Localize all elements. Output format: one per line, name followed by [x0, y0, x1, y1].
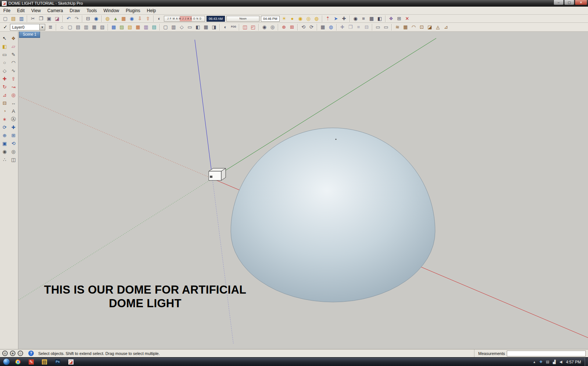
monochrome-icon[interactable]: ◨: [210, 24, 218, 31]
next-view-icon[interactable]: ⟳: [308, 24, 315, 31]
3d-text-tool-icon[interactable]: Ⓐ: [9, 115, 18, 123]
text-tool-icon[interactable]: A: [9, 107, 18, 115]
show-desktop-button[interactable]: [585, 358, 588, 366]
new-icon[interactable]: ▢: [1, 15, 9, 22]
action-center-icon[interactable]: ▤: [545, 358, 551, 366]
globe-icon[interactable]: ◍: [327, 24, 335, 31]
style-box-2-icon[interactable]: ▨: [118, 24, 126, 31]
hidden-icons-chevron[interactable]: ▴: [531, 358, 537, 366]
section-cuts-icon[interactable]: ◰: [249, 24, 257, 31]
flip-edge-icon[interactable]: ⊿: [442, 24, 450, 31]
model-info-icon[interactable]: ◉: [92, 15, 100, 22]
erase-icon[interactable]: ◪: [53, 15, 61, 22]
menu-camera[interactable]: Camera: [44, 7, 67, 14]
wireframe-icon[interactable]: ◇: [178, 24, 186, 31]
set-north-icon[interactable]: ➤: [332, 15, 340, 22]
hidden-line-icon[interactable]: ▭: [186, 24, 194, 31]
start-button[interactable]: [3, 358, 10, 365]
ies-light-icon[interactable]: ◎: [305, 15, 312, 22]
menu-draw[interactable]: Draw: [67, 7, 83, 14]
position-camera-tool-icon[interactable]: ◉: [0, 148, 9, 155]
layer-visible-check-icon[interactable]: ✓: [1, 24, 9, 31]
viewport[interactable]: Scene 1 THIS IS OUR DOME FOR ARTIFICIAL …: [18, 32, 588, 349]
circle-tool-icon[interactable]: ○: [0, 59, 9, 66]
dc-attributes-icon[interactable]: ≡: [355, 24, 362, 31]
zoom-region-icon[interactable]: ⊕: [280, 24, 288, 31]
menu-file[interactable]: File: [0, 7, 14, 14]
walk-tool-icon[interactable]: ∴: [0, 156, 9, 163]
add-location-icon[interactable]: ◍: [104, 15, 111, 22]
zoom-tool-icon[interactable]: ⊕: [0, 132, 9, 139]
freehand-tool-icon[interactable]: ∿: [9, 67, 18, 74]
query-tool-icon[interactable]: ✚: [340, 15, 348, 22]
scale-tool-icon[interactable]: ⊿: [0, 91, 9, 98]
section-plane-tool-icon[interactable]: ◫: [9, 156, 18, 163]
fog-icon[interactable]: FOG: [230, 24, 237, 31]
shaded-textures-icon[interactable]: ▦: [202, 24, 210, 31]
plugin-b-icon[interactable]: ⊞: [395, 15, 403, 22]
zoom-extents-icon[interactable]: ▣: [0, 140, 9, 147]
paste-icon[interactable]: ▣: [45, 15, 53, 22]
geolocation-icon[interactable]: ◍: [2, 351, 8, 356]
save-icon[interactable]: ▥: [18, 15, 25, 22]
plugin-a-icon[interactable]: ❖: [387, 15, 395, 22]
style-box-5-icon[interactable]: ▥: [142, 24, 150, 31]
polygon-tool-icon[interactable]: ◇: [0, 67, 9, 74]
view-iso-icon[interactable]: ⌂: [58, 24, 66, 31]
help-icon[interactable]: ?: [28, 351, 34, 356]
menu-view[interactable]: View: [28, 7, 44, 14]
preview-earth-icon[interactable]: ◉: [128, 15, 136, 22]
orbit-tool-icon[interactable]: ⟳: [0, 123, 9, 131]
offset-tool-icon[interactable]: ◎: [9, 91, 18, 98]
close-button[interactable]: ✕: [575, 0, 587, 5]
make-component-icon[interactable]: ❖: [9, 35, 18, 42]
xray-icon[interactable]: ▢: [162, 24, 169, 31]
line-tool-icon[interactable]: ✎: [9, 51, 18, 58]
look-around-icon[interactable]: ◎: [269, 24, 276, 31]
bulb-light-icon[interactable]: ●: [288, 15, 296, 22]
zoom-previous-icon[interactable]: ⟲: [9, 140, 18, 147]
copy-icon[interactable]: ❐: [37, 15, 45, 22]
zoom-extents-red-icon[interactable]: ⊞: [288, 24, 296, 31]
volume-icon[interactable]: ◀: [558, 358, 564, 366]
measurements-field[interactable]: [507, 351, 586, 356]
drape-icon[interactable]: ◪: [426, 24, 434, 31]
monitor-1-icon[interactable]: ▭: [374, 24, 382, 31]
previous-view-icon[interactable]: ⟲: [300, 24, 307, 31]
north-arrow-icon[interactable]: ⇡: [324, 15, 332, 22]
share-model-icon[interactable]: ⇧: [144, 15, 152, 22]
position-camera-icon[interactable]: ◉: [261, 24, 268, 31]
model-status-icon[interactable]: ◎: [18, 351, 23, 356]
arc-tool-icon[interactable]: ◠: [9, 59, 18, 66]
shadow-time-slider[interactable]: Noon: [226, 16, 259, 22]
menu-tools[interactable]: Tools: [83, 7, 100, 14]
paint-bucket-icon[interactable]: ◧: [0, 43, 9, 50]
dc-toggle-icon[interactable]: ⊟: [363, 24, 370, 31]
style-box-3-icon[interactable]: ▧: [126, 24, 134, 31]
protractor-tool-icon[interactable]: ◔: [0, 107, 9, 115]
add-detail-icon[interactable]: ◬: [434, 24, 442, 31]
sun-tool-icon[interactable]: ☀: [280, 15, 288, 22]
credits-icon[interactable]: ◉: [10, 351, 15, 356]
layer-dropdown[interactable]: Layer0 ▾: [10, 24, 45, 30]
axes-tool-icon[interactable]: ∗: [0, 115, 9, 123]
dimensions-tool-icon[interactable]: ↔: [9, 99, 18, 107]
back-edges-icon[interactable]: ▥: [170, 24, 178, 31]
light-box-component[interactable]: [209, 168, 226, 180]
pan-tool-icon[interactable]: ✚: [9, 123, 18, 131]
push-pull-tool-icon[interactable]: ⇧: [9, 75, 18, 82]
dc-options-icon[interactable]: ❐: [347, 24, 354, 31]
explorer-icon[interactable]: ▤: [40, 358, 49, 366]
eraser-icon[interactable]: ▱: [9, 43, 18, 50]
menu-help[interactable]: Help: [144, 7, 159, 14]
print-icon[interactable]: ⊟: [84, 15, 92, 22]
chrome-icon[interactable]: [13, 358, 23, 366]
style-box-1-icon[interactable]: ▩: [110, 24, 118, 31]
sandbox-from-scratch-icon[interactable]: ▦: [402, 24, 409, 31]
get-models-icon[interactable]: ⇩: [136, 15, 144, 22]
follow-me-tool-icon[interactable]: ↝: [9, 83, 18, 90]
view-right-icon[interactable]: ▥: [82, 24, 90, 31]
scene-tab[interactable]: Scene 1: [19, 32, 40, 38]
dome-light-icon[interactable]: ◍: [313, 15, 320, 22]
rotate-tool-icon[interactable]: ↻: [0, 83, 9, 90]
